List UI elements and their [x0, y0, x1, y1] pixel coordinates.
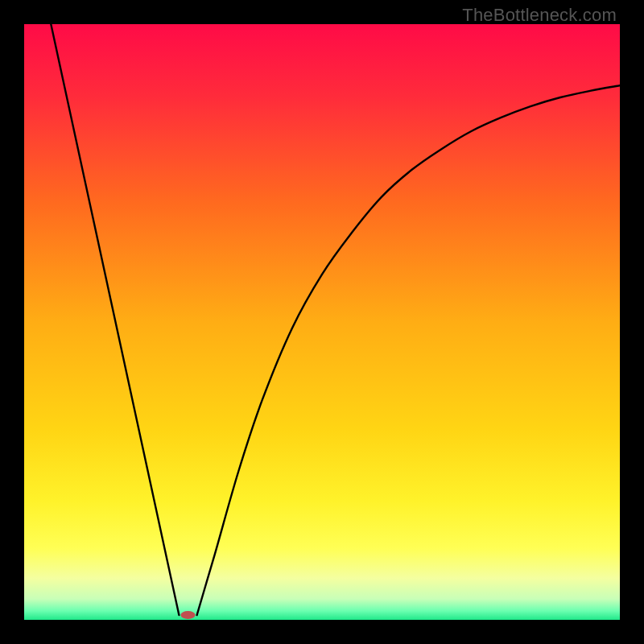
- curve-layer: [24, 24, 620, 620]
- min-point-marker: [181, 611, 196, 619]
- curve-left-branch: [51, 24, 179, 615]
- plot-area: [24, 24, 620, 620]
- watermark-text: TheBottleneck.com: [462, 5, 617, 26]
- curve-right-branch: [197, 85, 620, 615]
- plot-frame: [24, 24, 620, 620]
